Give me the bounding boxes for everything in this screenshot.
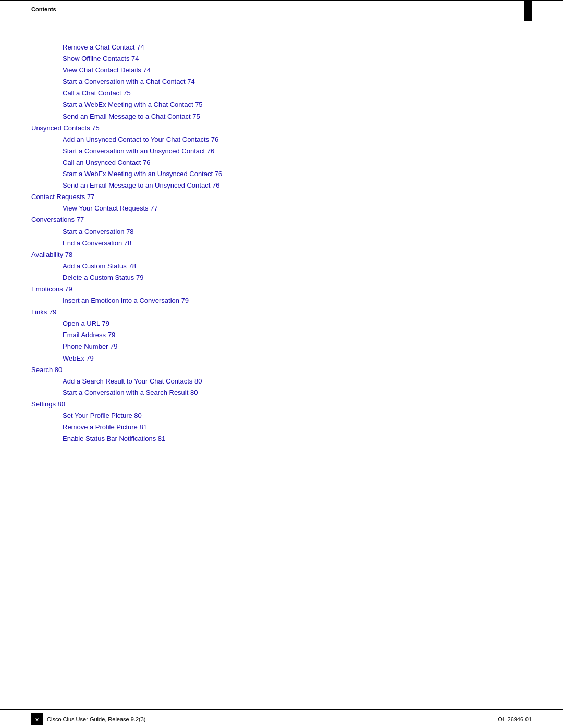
toc-link[interactable]: Insert an Emoticon into a Conversation <box>63 297 179 304</box>
toc-link[interactable]: Start a Conversation with a Chat Contact <box>63 78 186 85</box>
toc-entry[interactable]: Send an Email Message to an Unsynced Con… <box>63 180 532 191</box>
toc-page-number: 78 <box>124 239 131 247</box>
toc-entry[interactable]: End a Conversation 78 <box>63 238 532 249</box>
toc-entry[interactable]: Open a URL 79 <box>63 318 532 329</box>
toc-entry[interactable]: Add a Custom Status 78 <box>63 261 532 272</box>
toc-link[interactable]: Enable Status Bar Notifications <box>63 435 156 442</box>
toc-content: Remove a Chat Contact 74Show Offline Con… <box>0 42 563 445</box>
toc-page-number: 77 <box>150 204 157 212</box>
toc-page-number: 75 <box>123 89 130 97</box>
toc-entry[interactable]: Add an Unsynced Contact to Your Chat Con… <box>63 134 532 145</box>
footer-title: Cisco Cius User Guide, Release 9.2(3) <box>47 716 146 722</box>
toc-entry[interactable]: Enable Status Bar Notifications 81 <box>63 433 532 445</box>
toc-entry[interactable]: Call a Chat Contact 75 <box>63 88 532 99</box>
toc-page-number: 79 <box>86 354 93 362</box>
toc-entry[interactable]: Add a Search Result to Your Chat Contact… <box>63 376 532 387</box>
toc-link[interactable]: View Chat Contact Details <box>63 66 141 74</box>
toc-link[interactable]: Delete a Custom Status <box>63 274 134 281</box>
toc-link[interactable]: WebEx <box>63 354 84 362</box>
toc-entry[interactable]: Contact Requests 77 <box>31 191 532 203</box>
toc-page-number: 76 <box>207 147 214 155</box>
toc-entry[interactable]: Remove a Profile Picture 81 <box>63 422 532 433</box>
toc-link[interactable]: Phone Number <box>63 342 108 350</box>
toc-link[interactable]: Availability <box>31 251 63 258</box>
toc-link[interactable]: Remove a Chat Contact <box>63 43 135 51</box>
toc-link[interactable]: Unsynced Contacts <box>31 124 90 132</box>
contents-label: Contents <box>31 6 56 13</box>
toc-link[interactable]: Emoticons <box>31 285 63 293</box>
toc-entry[interactable]: Set Your Profile Picture 80 <box>63 410 532 422</box>
toc-link[interactable]: Start a Conversation with a Search Resul… <box>63 389 188 397</box>
toc-entry[interactable]: Insert an Emoticon into a Conversation 7… <box>63 295 532 306</box>
toc-entry[interactable]: Start a Conversation 78 <box>63 226 532 238</box>
toc-entry[interactable]: Links 79 <box>31 306 532 318</box>
toc-entry[interactable]: Unsynced Contacts 75 <box>31 122 532 134</box>
toc-link[interactable]: Links <box>31 308 47 316</box>
toc-page-number: 80 <box>194 377 202 385</box>
toc-link[interactable]: Send an Email Message to a Chat Contact <box>63 113 191 120</box>
toc-link[interactable]: Call an Unsynced Contact <box>63 158 141 166</box>
top-border <box>0 0 563 1</box>
toc-page-number: 76 <box>212 181 219 189</box>
toc-link[interactable]: Remove a Profile Picture <box>63 423 138 431</box>
toc-link[interactable]: Show Offline Contacts <box>63 55 129 63</box>
toc-page-number: 80 <box>58 400 65 408</box>
toc-entry[interactable]: Show Offline Contacts 74 <box>63 53 532 65</box>
toc-link[interactable]: Start a WebEx Meeting with an Unsynced C… <box>63 170 213 178</box>
toc-entry[interactable]: Start a Conversation with a Search Resul… <box>63 387 532 399</box>
toc-entry[interactable]: Emoticons 79 <box>31 283 532 295</box>
toc-entry[interactable]: Phone Number 79 <box>63 341 532 352</box>
toc-entry[interactable]: View Chat Contact Details 74 <box>63 65 532 76</box>
toc-entry[interactable]: Email Address 79 <box>63 329 532 341</box>
toc-page-number: 76 <box>143 158 150 166</box>
toc-link[interactable]: Add a Search Result to Your Chat Contact… <box>63 377 192 385</box>
toc-page-number: 77 <box>77 216 84 224</box>
toc-link[interactable]: Call a Chat Contact <box>63 89 121 97</box>
toc-entry[interactable]: Start a Conversation with a Chat Contact… <box>63 76 532 88</box>
toc-link[interactable]: Search <box>31 366 53 374</box>
toc-link[interactable]: Add a Custom Status <box>63 262 127 270</box>
toc-page-number: 80 <box>190 389 198 397</box>
toc-link[interactable]: Email Address <box>63 331 106 339</box>
toc-page-number: 79 <box>181 297 189 304</box>
toc-page-number: 75 <box>195 101 202 108</box>
toc-entry[interactable]: View Your Contact Requests 77 <box>63 203 532 214</box>
toc-page-number: 79 <box>108 331 115 339</box>
toc-link[interactable]: Set Your Profile Picture <box>63 412 132 419</box>
toc-entry[interactable]: Call an Unsynced Contact 76 <box>63 157 532 168</box>
toc-page-number: 78 <box>65 251 72 258</box>
toc-link[interactable]: Contact Requests <box>31 193 85 201</box>
doc-number: OL-26946-01 <box>498 716 532 722</box>
toc-entry[interactable]: Remove a Chat Contact 74 <box>63 42 532 53</box>
toc-page-number: 78 <box>128 262 136 270</box>
toc-link[interactable]: Start a Conversation with an Unsynced Co… <box>63 147 205 155</box>
toc-entry[interactable]: Send an Email Message to a Chat Contact … <box>63 111 532 122</box>
toc-entry[interactable]: WebEx 79 <box>63 353 532 364</box>
toc-page-number: 74 <box>137 43 144 51</box>
page-number-box: x <box>31 713 43 725</box>
toc-page-number: 79 <box>65 285 72 293</box>
toc-page-number: 74 <box>131 55 139 63</box>
toc-link[interactable]: Conversations <box>31 216 75 224</box>
toc-link[interactable]: Start a Conversation <box>63 228 125 236</box>
toc-entry[interactable]: Start a Conversation with an Unsynced Co… <box>63 145 532 157</box>
toc-link[interactable]: Add an Unsynced Contact to Your Chat Con… <box>63 135 209 143</box>
toc-link[interactable]: Start a WebEx Meeting with a Chat Contac… <box>63 101 193 108</box>
toc-entry[interactable]: Settings 80 <box>31 399 532 410</box>
toc-link[interactable]: Open a URL <box>63 319 100 327</box>
toc-entry[interactable]: Conversations 77 <box>31 214 532 226</box>
footer-left: x Cisco Cius User Guide, Release 9.2(3) <box>31 713 146 725</box>
toc-entry[interactable]: Start a WebEx Meeting with a Chat Contac… <box>63 99 532 110</box>
toc-link[interactable]: Settings <box>31 400 56 408</box>
toc-link[interactable]: View Your Contact Requests <box>63 204 149 212</box>
toc-entry[interactable]: Search 80 <box>31 364 532 376</box>
top-bookmark <box>524 0 532 21</box>
toc-page-number: 75 <box>192 113 200 120</box>
toc-entry[interactable]: Delete a Custom Status 79 <box>63 272 532 283</box>
toc-link[interactable]: End a Conversation <box>63 239 122 247</box>
footer-doc-number: OL-26946-01 <box>498 716 532 722</box>
toc-entry[interactable]: Availability 78 <box>31 249 532 261</box>
toc-page-number: 79 <box>102 319 109 327</box>
toc-link[interactable]: Send an Email Message to an Unsynced Con… <box>63 181 210 189</box>
toc-entry[interactable]: Start a WebEx Meeting with an Unsynced C… <box>63 168 532 180</box>
